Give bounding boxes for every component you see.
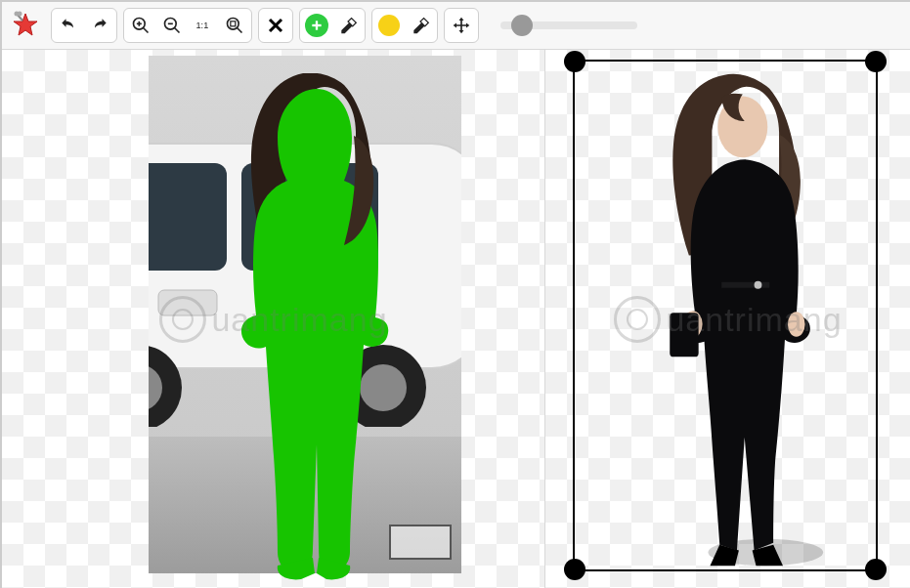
redo-button[interactable]: [85, 11, 114, 40]
svg-point-10: [228, 19, 239, 30]
background-group: [371, 8, 438, 43]
svg-point-30: [788, 312, 805, 337]
history-group: [51, 8, 117, 43]
circle-icon: [378, 15, 400, 36]
foreground-group: [299, 8, 366, 43]
svg-rect-20: [149, 163, 227, 271]
move-button[interactable]: [447, 11, 476, 40]
foreground-add-button[interactable]: [302, 11, 331, 40]
background-erase-button[interactable]: [406, 11, 435, 40]
svg-point-32: [755, 281, 762, 289]
zoom-actual-button[interactable]: 1:1: [189, 11, 218, 40]
svg-point-2: [18, 12, 22, 17]
svg-rect-31: [721, 282, 769, 288]
background-vehicle: [149, 95, 461, 427]
cutout-result: [631, 73, 833, 571]
undo-button[interactable]: [54, 11, 83, 40]
svg-marker-0: [14, 14, 37, 35]
background-add-button[interactable]: [374, 11, 404, 40]
result-pane[interactable]: uantrimang: [545, 50, 910, 588]
plus-icon: [305, 14, 328, 37]
svg-rect-12: [231, 21, 236, 26]
source-pane[interactable]: uantrimang: [2, 50, 545, 588]
svg-rect-33: [670, 313, 698, 357]
remove-button[interactable]: [261, 11, 290, 40]
move-group: [444, 8, 479, 43]
zoom-11-label: 1:1: [196, 21, 209, 30]
zoom-fit-button[interactable]: [220, 11, 249, 40]
workspace: uantrimang: [2, 50, 910, 588]
image-stamp: [389, 525, 452, 560]
toolbar: 1:1: [2, 2, 910, 50]
svg-line-4: [144, 28, 149, 33]
brush-size-slider[interactable]: [500, 20, 637, 31]
zoom-out-button[interactable]: [157, 11, 187, 40]
svg-line-11: [238, 28, 242, 33]
crop-handle-top-left[interactable]: [564, 51, 585, 72]
slider-thumb[interactable]: [511, 15, 533, 36]
crop-handle-bottom-left[interactable]: [564, 559, 585, 580]
crop-handle-top-right[interactable]: [865, 51, 887, 72]
remove-group: [258, 8, 293, 43]
svg-rect-22: [158, 290, 217, 315]
zoom-group: 1:1: [123, 8, 252, 43]
svg-rect-21: [241, 163, 378, 271]
app-logo: [10, 10, 41, 41]
crop-handle-bottom-right[interactable]: [865, 559, 887, 580]
foreground-erase-button[interactable]: [333, 11, 363, 40]
zoom-in-button[interactable]: [126, 11, 155, 40]
source-image: [149, 56, 461, 573]
svg-line-8: [175, 28, 180, 33]
svg-point-26: [360, 364, 407, 411]
